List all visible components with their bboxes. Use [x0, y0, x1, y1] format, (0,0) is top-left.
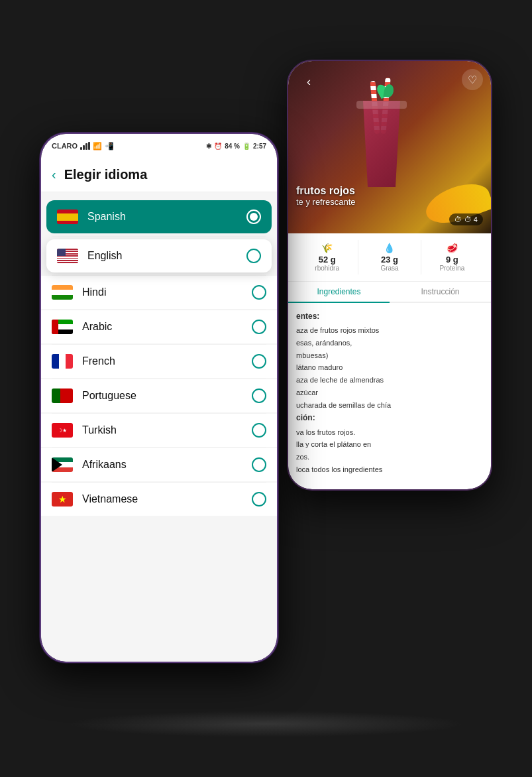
fat-label: Grasa [358, 265, 420, 272]
recipe-back-button[interactable]: ‹ [299, 72, 319, 91]
clock-badge: ⏱ ⏱ 4 [449, 213, 483, 225]
clock-icon: ⏱ [454, 215, 462, 223]
glass-rim [356, 101, 407, 109]
radio-french[interactable] [252, 354, 266, 369]
ingredient-7: ucharada de semillas de chía [296, 399, 483, 412]
recipe-title-line2: te y refrescante [296, 197, 356, 207]
lang-name-english: English [87, 250, 246, 262]
status-left: CLARO 📶 📲 [52, 142, 114, 150]
radio-spanish[interactable] [246, 209, 261, 224]
carbs-value: 52 g [296, 255, 358, 265]
tab-instruccion[interactable]: Instrucción [390, 282, 491, 302]
recipe-title-line1: frutos rojos [296, 185, 356, 197]
bluetooth-icon: ✱ [206, 143, 211, 150]
signal-bars [80, 142, 90, 150]
radio-vietnamese[interactable] [252, 492, 266, 507]
clock-value: ⏱ 4 [464, 215, 478, 223]
flag-us [57, 249, 78, 263]
language-header: ‹ Elegir idioma [41, 158, 277, 192]
ingredient-2: esas, arándanos, [296, 337, 483, 349]
lang-name-hindi: Hindi [82, 286, 252, 298]
back-arrow-button[interactable]: ‹ [52, 167, 56, 182]
lang-item-turkish[interactable]: ☽★ Turkish [41, 414, 277, 447]
instruction-3: zos. [296, 451, 483, 463]
radio-arabic[interactable] [252, 320, 266, 334]
flag-portugal [52, 388, 73, 403]
cast-icon: 📲 [105, 142, 114, 150]
heart-button[interactable]: ♡ [462, 69, 483, 90]
flag-uae [52, 320, 73, 334]
carbs-label: rbohidra [296, 265, 358, 272]
radio-hindi[interactable] [252, 285, 266, 300]
glass-body [358, 101, 405, 187]
ingredients-section: entes: aza de frutos rojos mixtos esas, … [288, 303, 491, 482]
radio-portuguese[interactable] [252, 388, 266, 403]
radio-dot-spanish [250, 213, 258, 221]
nutrition-protein: 🥩 9 g Proteína [421, 240, 483, 274]
instruction-4: loca todos los ingredientes [296, 463, 483, 476]
lang-item-vietnamese[interactable]: ★ Vietnamese [41, 483, 277, 516]
mint-leaves [378, 84, 398, 97]
flag-turkey: ☽★ [52, 423, 73, 438]
page-title: Elegir idioma [64, 167, 148, 182]
lang-item-french-inner: French [52, 354, 266, 369]
front-phone: CLARO 📶 📲 ✱ ⏰ 84 % 🔋 2:57 [40, 133, 278, 663]
tab-ingredientes[interactable]: Ingredientes [288, 282, 390, 303]
status-bar: CLARO 📶 📲 ✱ ⏰ 84 % 🔋 2:57 [41, 134, 277, 158]
lang-item-afrikaans-inner: Afrikaans [52, 457, 266, 472]
flag-spain [57, 209, 78, 224]
shadow [68, 711, 465, 737]
flag-sa [52, 457, 73, 472]
ingredients-title: entes: [296, 310, 483, 323]
nutrition-carbs: 🌾 52 g rbohidra [296, 240, 358, 274]
smoothie-illustration [342, 68, 421, 187]
signal-bar-4 [88, 142, 90, 150]
nutrition-fat: 💧 23 g Grasa [358, 240, 421, 274]
radio-afrikaans[interactable] [252, 457, 266, 472]
lang-name-spanish: Spanish [87, 211, 246, 223]
ingredient-4: látano maduro [296, 361, 483, 374]
instruction-title: ción: [296, 411, 483, 424]
front-phone-inner: CLARO 📶 📲 ✱ ⏰ 84 % 🔋 2:57 [41, 134, 277, 662]
instruction-1: va los frutos rojos. [296, 426, 483, 439]
language-list: Spanish English [41, 192, 277, 662]
lang-item-arabic-inner: Arabic [52, 320, 266, 334]
recipe-title-area: frutos rojos te y refrescante [296, 185, 356, 207]
carbs-icon: 🌾 [296, 243, 358, 253]
lang-name-turkish: Turkish [82, 424, 252, 436]
signal-bar-2 [83, 145, 85, 150]
lang-item-turkish-inner: ☽★ Turkish [52, 423, 266, 438]
lang-item-hindi[interactable]: Hindi [41, 276, 277, 309]
lang-name-arabic: Arabic [82, 321, 252, 333]
battery-icon: 🔋 [242, 143, 250, 150]
flag-hindi [52, 285, 73, 300]
lang-name-vietnamese: Vietnamese [82, 493, 252, 505]
lang-item-spanish-inner: Spanish [57, 209, 261, 224]
lang-item-french[interactable]: French [41, 345, 277, 378]
wifi-icon: 📶 [93, 142, 102, 150]
lang-item-spanish[interactable]: Spanish [46, 200, 272, 233]
signal-bar-3 [85, 143, 87, 150]
lang-item-arabic[interactable]: Arabic [41, 310, 277, 343]
nutrition-section: 🌾 52 g rbohidra 💧 23 g Grasa 🥩 9 g Prote… [288, 233, 491, 282]
ingredient-3: mbuesas) [296, 349, 483, 362]
ingredient-6: azúcar [296, 387, 483, 399]
protein-value: 9 g [421, 255, 483, 265]
radio-turkish[interactable] [252, 423, 266, 438]
lang-name-afrikaans: Afrikaans [82, 459, 252, 471]
radio-english[interactable] [246, 249, 261, 263]
ingredient-5: aza de leche de almendras [296, 374, 483, 387]
fat-icon: 💧 [358, 243, 420, 253]
lang-name-french: French [82, 355, 252, 367]
instruction-2: lla y corta el plátano en [296, 438, 483, 451]
back-phone: ‹ ♡ ⏱ ⏱ 4 frutos rojos te y refrescante … [287, 60, 492, 491]
lang-item-english[interactable]: English [46, 239, 272, 272]
signal-bar-1 [80, 147, 82, 150]
lang-item-portuguese[interactable]: Portuguese [41, 379, 277, 412]
flag-france [52, 354, 73, 369]
scene: ‹ ♡ ⏱ ⏱ 4 frutos rojos te y refrescante … [0, 0, 532, 777]
lang-item-afrikaans[interactable]: Afrikaans [41, 448, 277, 481]
protein-label: Proteína [421, 265, 483, 272]
battery-indicator: 84 % [225, 143, 240, 150]
alarm-icon: ⏰ [214, 143, 222, 150]
